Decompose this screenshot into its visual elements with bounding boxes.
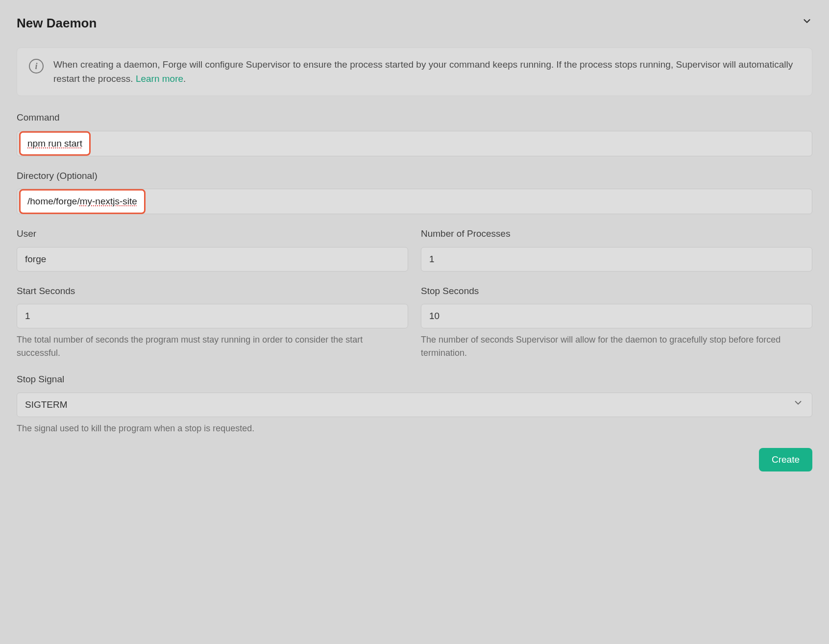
stop-signal-select-wrap[interactable] bbox=[17, 393, 812, 417]
num-processes-input[interactable] bbox=[421, 247, 812, 272]
stop-seconds-help: The number of seconds Supervisor will al… bbox=[421, 333, 812, 360]
info-callout: i When creating a daemon, Forge will con… bbox=[17, 48, 812, 96]
field-num-processes: Number of Processes bbox=[421, 227, 812, 272]
learn-more-link[interactable]: Learn more bbox=[136, 74, 183, 84]
stop-seconds-label: Stop Seconds bbox=[421, 284, 812, 298]
stop-signal-help: The signal used to kill the program when… bbox=[17, 422, 812, 435]
create-button[interactable]: Create bbox=[759, 448, 812, 471]
info-icon: i bbox=[29, 59, 44, 74]
stop-seconds-input[interactable] bbox=[421, 304, 812, 328]
command-input-highlight[interactable]: npm run start bbox=[19, 131, 91, 156]
info-text-period: . bbox=[183, 74, 186, 84]
chevron-down-icon bbox=[802, 16, 812, 26]
field-stop-seconds: Stop Seconds The number of seconds Super… bbox=[421, 284, 812, 360]
page-title: New Daemon bbox=[17, 14, 97, 33]
directory-value-suffix: my-nextjs-site bbox=[80, 196, 137, 206]
form-footer: Create bbox=[17, 448, 812, 471]
collapse-toggle[interactable] bbox=[802, 16, 812, 31]
panel-header: New Daemon bbox=[17, 14, 812, 33]
directory-value-prefix: /home/forge/ bbox=[27, 196, 80, 206]
start-seconds-input[interactable] bbox=[17, 304, 408, 328]
directory-input-row[interactable]: /home/forge/my-nextjs-site bbox=[17, 189, 812, 214]
user-input[interactable] bbox=[17, 247, 408, 272]
directory-input-highlight[interactable]: /home/forge/my-nextjs-site bbox=[19, 189, 146, 214]
field-user: User bbox=[17, 227, 408, 272]
command-input-row[interactable]: npm run start bbox=[17, 131, 812, 156]
field-start-seconds: Start Seconds The total number of second… bbox=[17, 284, 408, 360]
start-seconds-help: The total number of seconds the program … bbox=[17, 333, 408, 360]
command-label: Command bbox=[17, 111, 812, 125]
command-input-value: npm run start bbox=[27, 138, 82, 148]
info-text: When creating a daemon, Forge will confi… bbox=[53, 58, 800, 86]
start-seconds-label: Start Seconds bbox=[17, 284, 408, 298]
directory-label: Directory (Optional) bbox=[17, 169, 812, 183]
num-processes-label: Number of Processes bbox=[421, 227, 812, 241]
field-command: Command npm run start bbox=[17, 111, 812, 156]
stop-signal-label: Stop Signal bbox=[17, 372, 812, 387]
user-label: User bbox=[17, 227, 408, 241]
field-stop-signal: Stop Signal The signal used to kill the … bbox=[17, 372, 812, 435]
field-directory: Directory (Optional) /home/forge/my-next… bbox=[17, 169, 812, 215]
stop-signal-select[interactable] bbox=[17, 393, 812, 417]
